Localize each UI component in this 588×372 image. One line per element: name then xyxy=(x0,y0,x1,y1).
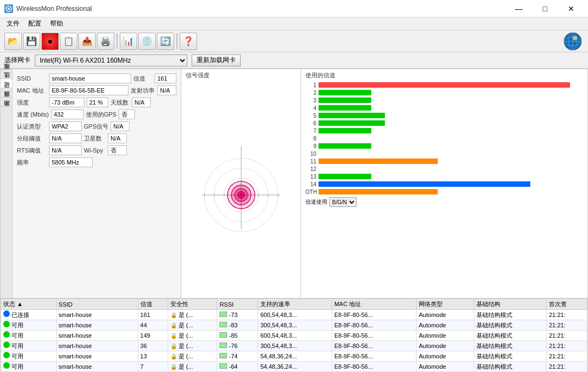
tab-connection[interactable]: 土线 xyxy=(1,78,12,88)
status-dot xyxy=(3,362,10,369)
network-select[interactable]: Intel(R) Wi-Fi 6 AX201 160MHz xyxy=(35,54,187,66)
tb-chart[interactable]: 📊 xyxy=(120,33,137,50)
col-mac[interactable]: MAC 地址 xyxy=(332,299,416,310)
wispy-label: Wi-Spy xyxy=(84,147,106,154)
col-infra[interactable]: 基础结构 xyxy=(474,299,547,310)
txpower-value: N/A xyxy=(157,86,176,95)
status-dot xyxy=(3,331,10,338)
main-panel: 概率 土线 记录 频道 频率 SSID smart-house 信道 161 M… xyxy=(1,69,587,298)
channel-bar xyxy=(318,158,438,164)
channel-bar xyxy=(318,82,570,88)
channel-row: 14 xyxy=(305,181,583,187)
menu-bar: 文件 配置 帮助 xyxy=(0,17,588,31)
menu-file[interactable]: 文件 xyxy=(2,18,24,29)
channel-bars: 1234567891011121314OTH xyxy=(305,82,583,195)
col-channel[interactable]: 信道 xyxy=(138,299,168,310)
table-row[interactable]: 可用smart-house44🔒 是 (... -83300,54,48,3..… xyxy=(1,320,587,331)
channel-select-row: 信道使用 B/G/N xyxy=(305,197,583,207)
table-row[interactable]: 可用smart-house7🔒 是 (... -6454,48,36,24...… xyxy=(1,362,587,372)
col-nettype[interactable]: 网络类型 xyxy=(416,299,474,310)
thresh-value: N/A xyxy=(49,133,82,143)
channel-bar-container xyxy=(318,90,583,95)
table-row[interactable]: 可用smart-house36🔒 是 (... -76300,54,48,3..… xyxy=(1,341,587,351)
channel-number: 13 xyxy=(305,174,316,180)
channel-bar-container xyxy=(318,113,583,118)
channel-number: 3 xyxy=(305,97,316,103)
status-dot xyxy=(3,310,10,317)
col-first[interactable]: 首次查 xyxy=(547,299,587,310)
tab-summary[interactable]: 概率 xyxy=(1,69,12,78)
channel-value: 161 xyxy=(155,74,176,83)
menu-config[interactable]: 配置 xyxy=(24,18,46,29)
toolbar-separator xyxy=(117,34,118,49)
channel-number: 10 xyxy=(305,151,316,157)
tab-log[interactable]: 记录 xyxy=(1,88,12,97)
tb-help[interactable]: ❓ xyxy=(180,33,197,50)
gpssignal-value: N/A xyxy=(111,121,130,131)
networks-table: 状态 ▲ SSID 信道 安全性 RSSI 支持的速率 MAC 地址 网络类型 … xyxy=(1,298,587,372)
channel-select-label: 信道使用 xyxy=(305,198,327,206)
net-selector-label: 选择网卡 xyxy=(4,56,30,65)
channel-row: 7 xyxy=(305,127,583,134)
channel-number: 2 xyxy=(305,90,316,96)
tb-disk[interactable]: 💿 xyxy=(138,33,156,50)
tb-refresh[interactable]: 🔄 xyxy=(157,33,174,50)
minimize-button[interactable]: — xyxy=(506,0,531,17)
channel-number: 6 xyxy=(305,120,316,126)
maximize-button[interactable]: □ xyxy=(532,0,558,17)
channel-bar xyxy=(318,189,438,194)
channel-select-dropdown[interactable]: B/G/N xyxy=(329,197,357,207)
tb-open[interactable]: 📂 xyxy=(4,33,22,50)
gps-label: 使用的GPS xyxy=(86,111,117,119)
channel-number: 12 xyxy=(305,166,316,172)
channel-number: 9 xyxy=(305,143,316,149)
channel-bar xyxy=(318,97,371,103)
antenna-label: 天线数 xyxy=(111,99,130,107)
channel-bar-container xyxy=(318,97,583,103)
channel-bar xyxy=(318,113,385,118)
strength-dbm: -73 dBm xyxy=(49,97,84,107)
status-dot xyxy=(3,352,10,358)
radar-display xyxy=(192,141,290,239)
col-status[interactable]: 状态 ▲ xyxy=(1,299,57,310)
wispy-value: 否 xyxy=(108,145,127,155)
channel-number: 7 xyxy=(305,128,316,134)
tb-save[interactable]: 💾 xyxy=(23,33,40,50)
window-controls: — □ ✕ xyxy=(506,0,584,17)
channel-number: 11 xyxy=(305,158,316,164)
col-rates[interactable]: 支持的速率 xyxy=(258,299,332,310)
table-row[interactable]: 可用smart-house13🔒 是 (... -7454,48,36,24..… xyxy=(1,351,587,362)
tb-copy[interactable]: 📋 xyxy=(60,33,77,50)
tab-channel[interactable]: 频道 xyxy=(1,97,12,106)
tb-export[interactable]: 📤 xyxy=(78,33,96,50)
channel-panel-title: 使用的信道 xyxy=(305,71,583,80)
app-title: WirelessMon Professional xyxy=(16,5,506,13)
speed-label: 速度 (Mbits) xyxy=(17,111,49,119)
tb-record[interactable]: ● xyxy=(41,33,59,50)
reload-adapter-button[interactable]: 重新加载网卡 xyxy=(192,54,241,66)
gpssignal-label: GPS信号 xyxy=(84,123,108,131)
close-button[interactable]: ✕ xyxy=(559,0,584,17)
channel-bar-container xyxy=(318,166,583,172)
ssid-value: smart-house xyxy=(49,74,131,83)
col-security[interactable]: 安全性 xyxy=(168,299,217,310)
channel-bar-container xyxy=(318,136,583,141)
channel-bar-container xyxy=(318,189,583,194)
freq-value: 5805 MHz xyxy=(49,157,93,167)
col-ssid[interactable]: SSID xyxy=(56,299,138,310)
channel-row: 4 xyxy=(305,105,583,111)
ssid-label: SSID xyxy=(17,75,47,82)
channel-bar xyxy=(318,128,371,133)
table-row[interactable]: 可用smart-house149🔒 是 (... -85600,54,48,3.… xyxy=(1,331,587,341)
tab-frequency[interactable]: 频率 xyxy=(1,106,12,115)
menu-help[interactable]: 帮助 xyxy=(46,18,68,29)
col-rssi[interactable]: RSSI xyxy=(217,299,258,310)
svg-point-7 xyxy=(573,36,577,40)
tb-print[interactable]: 🖨️ xyxy=(97,33,114,50)
table-row[interactable]: 已连接smart-house161🔒 是 (... -73600,54,48,3… xyxy=(1,310,587,320)
channel-row: 8 xyxy=(305,135,583,142)
status-dot xyxy=(3,321,10,327)
channel-bar xyxy=(318,143,371,149)
table-container[interactable]: 状态 ▲ SSID 信道 安全性 RSSI 支持的速率 MAC 地址 网络类型 … xyxy=(1,298,587,372)
channel-number: 14 xyxy=(305,181,316,187)
